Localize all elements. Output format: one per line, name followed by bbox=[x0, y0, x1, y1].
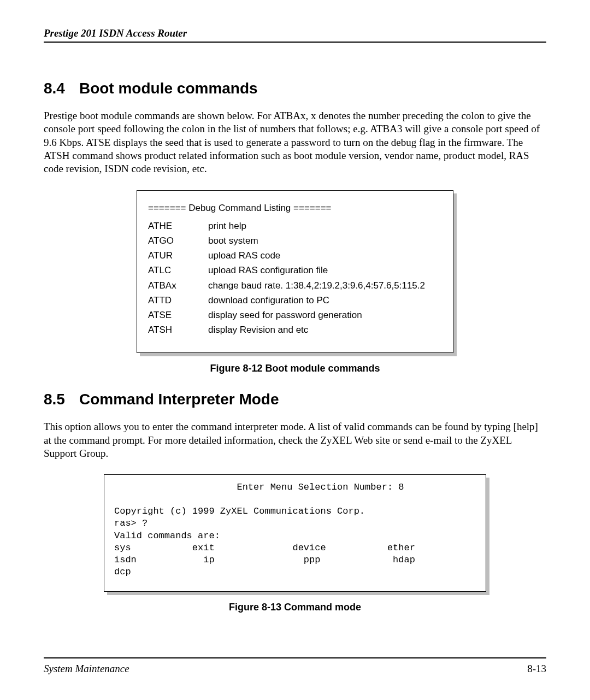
command-name: ATSH bbox=[148, 322, 208, 337]
figure-8-13-box: Enter Menu Selection Number: 8 Copyright… bbox=[104, 474, 486, 592]
command-row: ATBAx change baud rate. 1:38.4,2:19.2,3:… bbox=[148, 278, 442, 293]
terminal-text: Enter Menu Selection Number: 8 Copyright… bbox=[104, 474, 486, 592]
footer-page-number: 8-13 bbox=[527, 663, 546, 675]
command-row: ATTD download configuration to PC bbox=[148, 293, 442, 308]
command-desc: upload RAS configuration file bbox=[208, 263, 328, 278]
figure-8-13-caption: Figure 8-13 Command mode bbox=[44, 602, 546, 613]
command-desc: boot system bbox=[208, 233, 258, 248]
command-row: ATHE print help bbox=[148, 219, 442, 233]
command-name: ATSE bbox=[148, 308, 208, 322]
command-row: ATSH display Revision and etc bbox=[148, 322, 442, 337]
command-row: ATSE display seed for password generatio… bbox=[148, 308, 442, 322]
footer-left: System Maintenance bbox=[44, 663, 129, 675]
command-desc: change baud rate. 1:38.4,2:19.2,3:9.6,4:… bbox=[208, 278, 425, 293]
command-desc: display seed for password generation bbox=[208, 308, 362, 322]
running-header: Prestige 201 ISDN Access Router bbox=[44, 27, 546, 43]
command-row: ATUR upload RAS code bbox=[148, 248, 442, 263]
figure-8-12-caption: Figure 8-12 Boot module commands bbox=[44, 363, 546, 374]
section-title: Command Interpreter Mode bbox=[79, 391, 279, 408]
section-heading-8-4: 8.4Boot module commands bbox=[44, 80, 546, 97]
command-name: ATBAx bbox=[148, 278, 208, 293]
figure-8-12-box: ======= Debug Command Listing ======= AT… bbox=[137, 190, 453, 354]
command-name: ATHE bbox=[148, 219, 208, 233]
command-name: ATTD bbox=[148, 293, 208, 308]
section-8-4-paragraph: Prestige boot module commands are shown … bbox=[44, 109, 546, 176]
command-name: ATGO bbox=[148, 233, 208, 248]
command-desc: display Revision and etc bbox=[208, 322, 308, 337]
section-number: 8.5 bbox=[44, 391, 65, 408]
command-row: ATLC upload RAS configuration file bbox=[148, 263, 442, 278]
section-heading-8-5: 8.5Command Interpreter Mode bbox=[44, 391, 546, 408]
section-8-5-paragraph: This option allows you to enter the comm… bbox=[44, 420, 546, 460]
command-desc: print help bbox=[208, 219, 246, 233]
command-name: ATLC bbox=[148, 263, 208, 278]
section-number: 8.4 bbox=[44, 80, 65, 97]
command-row: ATGO boot system bbox=[148, 233, 442, 248]
page-footer: System Maintenance 8-13 bbox=[44, 657, 546, 675]
debug-listing-title: ======= Debug Command Listing ======= bbox=[148, 201, 442, 215]
command-desc: upload RAS code bbox=[208, 248, 280, 263]
section-title: Boot module commands bbox=[79, 80, 258, 97]
command-desc: download configuration to PC bbox=[208, 293, 329, 308]
command-name: ATUR bbox=[148, 248, 208, 263]
